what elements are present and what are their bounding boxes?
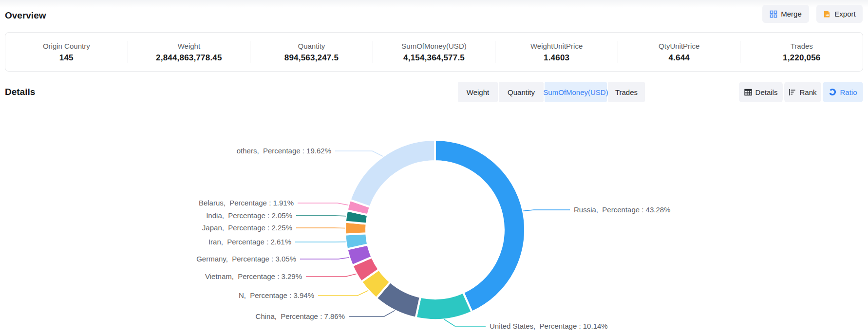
pie-leader-line — [335, 151, 383, 156]
tab-sum-of-money-usd[interactable]: SumOfMoney(USD) — [545, 82, 607, 102]
pie-leader-line — [523, 210, 570, 211]
stat-trades: Trades 1,220,056 — [740, 33, 863, 71]
pie-leader-line — [298, 203, 348, 205]
stat-value: 4,154,364,577.5 — [403, 53, 465, 63]
pie-slice-united-states[interactable] — [416, 293, 472, 320]
tab-ratio-view[interactable]: Ratio — [823, 82, 863, 102]
stat-value: 4.644 — [668, 53, 690, 63]
merge-icon — [770, 10, 777, 18]
pie-label-belarus: Belarus, Percentage : 1.91% — [199, 199, 294, 207]
pie-slice-others[interactable] — [350, 140, 435, 207]
pie-leader-line — [296, 228, 345, 228]
tab-quantity[interactable]: Quantity — [499, 82, 544, 102]
pie-leader-line — [444, 319, 486, 326]
trade-dashboard: Overview Merge Export Orig — [0, 0, 868, 335]
metric-tab-group: Weight Quantity SumOfMoney(USD) Trades — [458, 82, 645, 102]
view-tab-group: Details Rank Ratio — [739, 82, 863, 102]
stat-quantity: Quantity 894,563,247.5 — [250, 33, 373, 71]
stat-label: Trades — [791, 42, 813, 50]
pie-leader-line — [296, 216, 346, 216]
tab-details-view[interactable]: Details — [739, 82, 783, 102]
pie-label-russia: Russia, Percentage : 43.28% — [574, 205, 670, 214]
top-fade-decoration — [0, 0, 868, 8]
tab-weight[interactable]: Weight — [458, 82, 498, 102]
donut-icon — [829, 88, 836, 96]
stat-qty-unit-price: QtyUnitPrice 4.644 — [618, 33, 740, 71]
pie-label-n: N, Percentage : 3.94% — [239, 291, 314, 299]
donut-chart-svg: Russia, Percentage : 43.28%United States… — [0, 102, 868, 335]
pie-slice-russia[interactable] — [435, 140, 525, 312]
stat-label: Origin Country — [43, 42, 90, 50]
pie-leader-line — [306, 274, 357, 277]
stat-label: SumOfMoney(USD) — [401, 42, 466, 50]
stat-value: 1.4603 — [544, 53, 569, 63]
pie-label-india: India, Percentage : 2.05% — [206, 211, 292, 220]
tab-label: Trades — [615, 88, 638, 96]
ratio-chart: Russia, Percentage : 43.28%United States… — [0, 102, 868, 335]
export-button[interactable]: Export — [816, 5, 863, 23]
pie-label-united-states: United States, Percentage : 10.14% — [490, 322, 608, 330]
rank-icon — [789, 89, 796, 96]
table-icon — [744, 89, 752, 96]
stat-label: Quantity — [298, 42, 325, 50]
pie-label-iran: Iran, Percentage : 2.61% — [208, 238, 291, 246]
tab-label: SumOfMoney(USD) — [543, 88, 608, 96]
stat-label: Weight — [178, 42, 200, 50]
pie-label-vietnam: Vietnam, Percentage : 3.29% — [205, 272, 302, 280]
stat-value: 1,220,056 — [783, 53, 820, 63]
pie-label-germany: Germany, Percentage : 3.05% — [196, 255, 296, 263]
merge-button-label: Merge — [781, 10, 802, 18]
pie-leader-line — [318, 291, 368, 296]
tab-rank-view[interactable]: Rank — [784, 82, 821, 102]
pie-label-others: others, Percentage : 19.62% — [237, 147, 331, 155]
export-button-label: Export — [834, 10, 855, 18]
stat-label: QtyUnitPrice — [659, 42, 699, 50]
pie-label-china: China, Percentage : 7.86% — [256, 312, 345, 320]
tab-label: Ratio — [840, 88, 857, 96]
stat-origin-country: Origin Country 145 — [5, 33, 128, 71]
tab-label: Quantity — [508, 88, 535, 96]
stat-weight: Weight 2,844,863,778.45 — [128, 33, 250, 71]
tab-label: Weight — [467, 88, 489, 96]
pie-leader-line — [300, 258, 349, 259]
stat-weight-unit-price: WeightUnitPrice 1.4603 — [495, 33, 618, 71]
tab-trades[interactable]: Trades — [608, 82, 645, 102]
merge-button[interactable]: Merge — [762, 5, 809, 23]
stat-label: WeightUnitPrice — [530, 42, 583, 50]
export-icon — [823, 10, 831, 18]
stat-value: 894,563,247.5 — [284, 53, 339, 63]
pie-label-japan: Japan, Percentage : 2.25% — [202, 223, 292, 232]
details-title: Details — [5, 87, 35, 97]
tab-label: Details — [755, 88, 778, 96]
stat-sum-of-money: SumOfMoney(USD) 4,154,364,577.5 — [373, 33, 495, 71]
tab-label: Rank — [799, 88, 816, 96]
stat-value: 145 — [59, 53, 74, 63]
overview-title: Overview — [5, 10, 46, 21]
stat-value: 2,844,863,778.45 — [156, 53, 222, 63]
pie-leader-line — [349, 311, 395, 316]
overview-stats-card: Origin Country 145 Weight 2,844,863,778.… — [5, 32, 863, 72]
